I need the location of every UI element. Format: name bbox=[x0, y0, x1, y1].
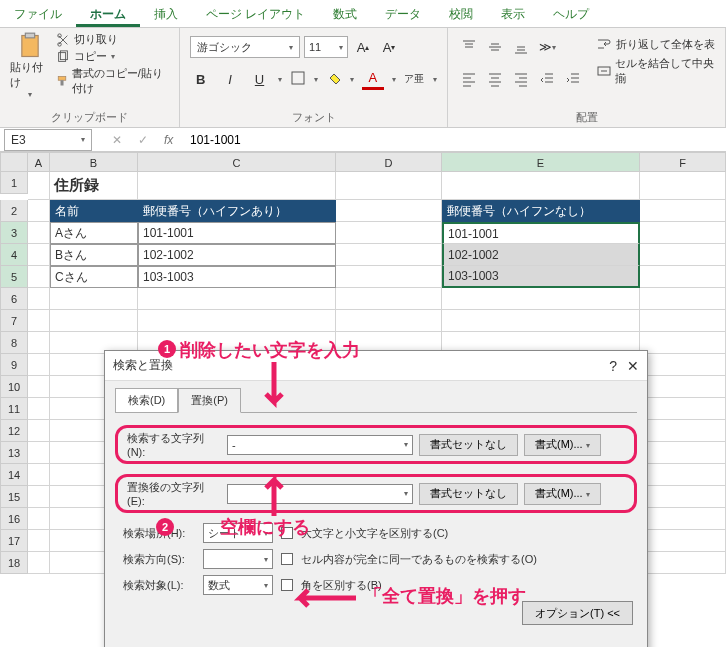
align-center-button[interactable] bbox=[484, 68, 506, 90]
cell[interactable] bbox=[640, 376, 726, 398]
cell[interactable] bbox=[28, 332, 50, 354]
enter-icon[interactable]: ✓ bbox=[138, 133, 158, 147]
align-left-button[interactable] bbox=[458, 68, 480, 90]
cell[interactable] bbox=[640, 530, 726, 552]
cell[interactable]: 101-1001 bbox=[442, 222, 640, 244]
row-header[interactable]: 13 bbox=[0, 442, 28, 464]
copy-button[interactable]: コピー▾ bbox=[56, 49, 169, 64]
row-header[interactable]: 15 bbox=[0, 486, 28, 508]
cell[interactable]: 郵便番号（ハイフンあり） bbox=[138, 200, 336, 222]
cell[interactable]: Aさん bbox=[50, 222, 138, 244]
row-header[interactable]: 9 bbox=[0, 354, 28, 376]
indent-inc-button[interactable] bbox=[562, 68, 584, 90]
where-select[interactable]: シート▾ bbox=[203, 523, 273, 543]
row-header[interactable]: 14 bbox=[0, 464, 28, 486]
cell[interactable] bbox=[138, 310, 336, 332]
cell[interactable] bbox=[640, 288, 726, 310]
cell[interactable] bbox=[640, 332, 726, 354]
align-middle-button[interactable] bbox=[484, 36, 506, 58]
orientation-button[interactable]: ≫▾ bbox=[536, 36, 558, 58]
tab-file[interactable]: ファイル bbox=[0, 0, 76, 27]
font-family-select[interactable]: 游ゴシック▾ bbox=[190, 36, 300, 58]
row-header[interactable]: 2 bbox=[0, 200, 28, 222]
merge-button[interactable]: セルを結合して中央揃 bbox=[596, 56, 715, 86]
replace-format-none[interactable]: 書式セットなし bbox=[419, 483, 518, 505]
cell[interactable] bbox=[640, 266, 726, 288]
col-header[interactable]: F bbox=[640, 152, 726, 172]
row-header[interactable]: 12 bbox=[0, 420, 28, 442]
cell[interactable] bbox=[640, 552, 726, 574]
cell[interactable] bbox=[336, 244, 442, 266]
bold-button[interactable]: B bbox=[190, 68, 211, 90]
format-painter-button[interactable]: 書式のコピー/貼り付け bbox=[56, 66, 169, 96]
cell[interactable] bbox=[336, 310, 442, 332]
cell[interactable] bbox=[28, 354, 50, 376]
cell[interactable] bbox=[28, 530, 50, 552]
cell[interactable] bbox=[336, 172, 442, 200]
font-color-button[interactable]: A bbox=[362, 68, 383, 90]
cut-button[interactable]: 切り取り bbox=[56, 32, 169, 47]
italic-button[interactable]: I bbox=[219, 68, 240, 90]
underline-button[interactable]: U bbox=[249, 68, 270, 90]
find-format-button[interactable]: 書式(M)... ▾ bbox=[524, 434, 601, 456]
cell[interactable] bbox=[28, 222, 50, 244]
cell[interactable]: 102-1002 bbox=[442, 244, 640, 266]
cell[interactable] bbox=[336, 200, 442, 222]
case-checkbox[interactable] bbox=[281, 527, 293, 539]
name-box[interactable]: E3▾ bbox=[4, 129, 92, 151]
col-header[interactable]: A bbox=[28, 152, 50, 172]
align-top-button[interactable] bbox=[458, 36, 480, 58]
cell[interactable] bbox=[640, 310, 726, 332]
row-header[interactable]: 8 bbox=[0, 332, 28, 354]
row-header[interactable]: 7 bbox=[0, 310, 28, 332]
find-format-none[interactable]: 書式セットなし bbox=[419, 434, 518, 456]
cell[interactable] bbox=[28, 310, 50, 332]
tab-insert[interactable]: 挿入 bbox=[140, 0, 192, 27]
cell[interactable]: 103-1003 bbox=[442, 266, 640, 288]
cell[interactable] bbox=[336, 288, 442, 310]
cell[interactable] bbox=[28, 172, 50, 200]
replace-format-button[interactable]: 書式(M)... ▾ bbox=[524, 483, 601, 505]
indent-dec-button[interactable] bbox=[536, 68, 558, 90]
cell[interactable] bbox=[336, 266, 442, 288]
cell[interactable] bbox=[640, 398, 726, 420]
cell[interactable] bbox=[28, 508, 50, 530]
align-bottom-button[interactable] bbox=[510, 36, 532, 58]
cell[interactable] bbox=[640, 420, 726, 442]
cell[interactable] bbox=[640, 200, 726, 222]
fill-color-button[interactable] bbox=[326, 70, 342, 89]
font-size-select[interactable]: 11▾ bbox=[304, 36, 348, 58]
row-header[interactable]: 6 bbox=[0, 288, 28, 310]
cell[interactable] bbox=[138, 172, 336, 200]
row-header[interactable]: 16 bbox=[0, 508, 28, 530]
row-header[interactable]: 5 bbox=[0, 266, 28, 288]
cell[interactable] bbox=[640, 442, 726, 464]
find-input[interactable]: -▾ bbox=[227, 435, 413, 455]
row-header[interactable]: 4 bbox=[0, 244, 28, 266]
row-header[interactable]: 11 bbox=[0, 398, 28, 420]
cell[interactable]: 102-1002 bbox=[138, 244, 336, 266]
dir-select[interactable]: ▾ bbox=[203, 549, 273, 569]
tab-layout[interactable]: ページ レイアウト bbox=[192, 0, 319, 27]
col-header[interactable]: E bbox=[442, 152, 640, 172]
cell[interactable]: 名前 bbox=[50, 200, 138, 222]
tab-review[interactable]: 校閲 bbox=[435, 0, 487, 27]
border-button[interactable] bbox=[290, 70, 306, 89]
cell[interactable] bbox=[28, 244, 50, 266]
cell[interactable] bbox=[442, 288, 640, 310]
cell[interactable]: 103-1003 bbox=[138, 266, 336, 288]
cell[interactable] bbox=[28, 442, 50, 464]
cell[interactable]: Cさん bbox=[50, 266, 138, 288]
cell[interactable] bbox=[640, 464, 726, 486]
tab-home[interactable]: ホーム bbox=[76, 0, 140, 27]
cell[interactable] bbox=[28, 376, 50, 398]
cell[interactable] bbox=[640, 354, 726, 376]
cell[interactable] bbox=[28, 288, 50, 310]
cell[interactable]: 101-1001 bbox=[138, 222, 336, 244]
cell[interactable] bbox=[442, 310, 640, 332]
cell[interactable]: 住所録 bbox=[50, 172, 138, 200]
tab-view[interactable]: 表示 bbox=[487, 0, 539, 27]
replace-input[interactable]: ▾ bbox=[227, 484, 413, 504]
cell[interactable] bbox=[138, 288, 336, 310]
row-header[interactable]: 10 bbox=[0, 376, 28, 398]
